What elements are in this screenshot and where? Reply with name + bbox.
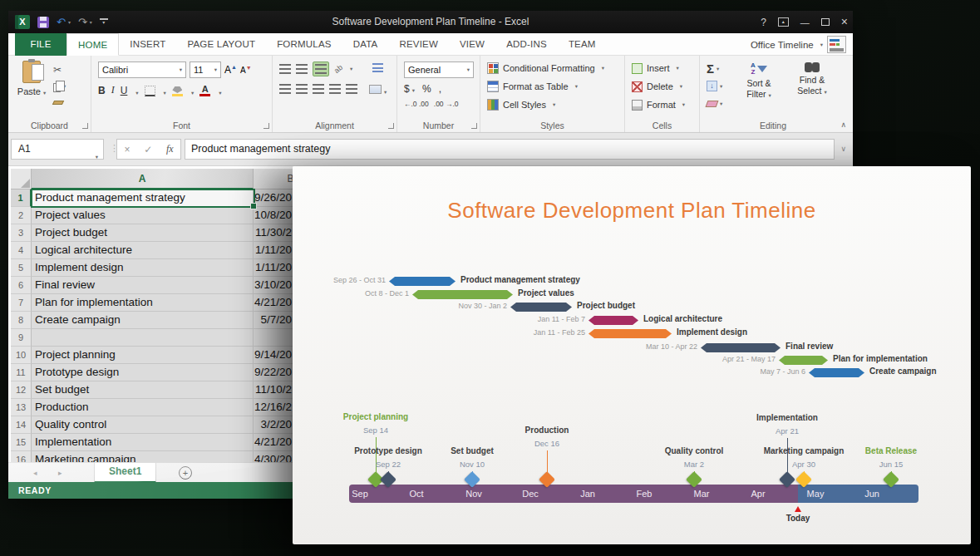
- sort-filter-button[interactable]: AZ Sort & Filter▾: [740, 62, 778, 101]
- tab-formulas[interactable]: FORMULAS: [266, 33, 342, 56]
- clipboard-dialog-launcher-icon[interactable]: [82, 123, 88, 129]
- wrap-text-icon[interactable]: [372, 63, 383, 72]
- comma-button[interactable]: ,: [439, 83, 441, 95]
- tab-review[interactable]: REVIEW: [388, 33, 449, 56]
- column-header-A[interactable]: A: [32, 169, 254, 189]
- autosum-button[interactable]: Σ▾: [707, 62, 722, 76]
- tab-home[interactable]: HOME: [66, 33, 119, 56]
- decrease-decimal-button[interactable]: .00 →.0: [434, 100, 459, 108]
- shrink-font-button[interactable]: A▼: [240, 65, 252, 75]
- align-center-icon[interactable]: [296, 84, 308, 94]
- copy-button[interactable]: ▾: [53, 79, 66, 93]
- align-top-icon[interactable]: [279, 64, 291, 74]
- row-header-7[interactable]: 7: [11, 294, 32, 312]
- format-as-table-button[interactable]: Format as Table▾: [480, 77, 624, 96]
- cut-button[interactable]: ✂: [53, 62, 66, 76]
- bold-button[interactable]: B: [98, 85, 106, 96]
- tab-team[interactable]: TEAM: [558, 33, 607, 56]
- new-sheet-button[interactable]: +: [179, 466, 192, 480]
- row-header-10[interactable]: 10: [11, 347, 32, 364]
- cell-A13[interactable]: Production: [32, 399, 254, 416]
- font-name-select[interactable]: Calibri▾: [98, 62, 186, 78]
- row-header-5[interactable]: 5: [11, 259, 32, 277]
- orientation-icon[interactable]: ab: [332, 63, 344, 75]
- cell-A4[interactable]: Logical architecture: [32, 242, 254, 259]
- row-header-9[interactable]: 9: [11, 329, 32, 347]
- increase-indent-icon[interactable]: [346, 84, 357, 94]
- enter-entry-icon[interactable]: ✓: [144, 144, 152, 155]
- increase-decimal-button[interactable]: ←.0 .00: [404, 100, 429, 108]
- row-header-2[interactable]: 2: [11, 207, 32, 224]
- cell-A9[interactable]: [32, 329, 254, 347]
- cell-A12[interactable]: Set budget: [32, 381, 254, 399]
- clear-button[interactable]: ▾: [707, 96, 722, 111]
- cell-A15[interactable]: Implementation: [32, 434, 254, 451]
- ribbon-display-options-button[interactable]: ▴: [778, 17, 789, 27]
- row-header-4[interactable]: 4: [11, 242, 32, 259]
- find-select-button[interactable]: Find & Select▾: [793, 62, 831, 97]
- cell-A16[interactable]: Marketing campaign: [32, 451, 254, 462]
- paste-button[interactable]: Paste▾: [15, 61, 48, 119]
- cell-A8[interactable]: Create campaign: [32, 312, 254, 329]
- row-header-11[interactable]: 11: [11, 364, 32, 381]
- tab-page-layout[interactable]: PAGE LAYOUT: [176, 33, 266, 56]
- format-button[interactable]: Format▾: [625, 96, 699, 114]
- format-painter-button[interactable]: [53, 96, 66, 110]
- delete-button[interactable]: Delete▾: [625, 77, 699, 96]
- cell-A6[interactable]: Final review: [32, 277, 254, 294]
- font-color-button[interactable]: A: [199, 85, 210, 96]
- tab-insert[interactable]: INSERT: [119, 33, 176, 56]
- number-dialog-launcher-icon[interactable]: [471, 123, 477, 129]
- office-timeline-button[interactable]: Office Timeline ▾: [751, 33, 846, 56]
- tab-view[interactable]: VIEW: [449, 33, 495, 56]
- expand-formula-bar-icon[interactable]: ∨: [840, 145, 846, 153]
- align-right-icon[interactable]: [313, 84, 324, 94]
- italic-button[interactable]: I: [111, 84, 115, 96]
- row-header-1[interactable]: 1: [11, 189, 32, 207]
- fill-color-button[interactable]: [172, 86, 183, 96]
- currency-button[interactable]: $▾: [404, 83, 415, 95]
- grow-font-button[interactable]: A▲: [224, 64, 237, 76]
- formula-input[interactable]: Product management strategy: [185, 139, 835, 160]
- name-box-dropdown-icon[interactable]: ▾: [96, 147, 98, 166]
- align-middle-icon[interactable]: [296, 64, 308, 74]
- align-left-icon[interactable]: [279, 84, 291, 94]
- alignment-dialog-launcher-icon[interactable]: [388, 123, 394, 129]
- tab-data[interactable]: DATA: [342, 33, 389, 56]
- font-dialog-launcher-icon[interactable]: [263, 123, 269, 129]
- select-all-corner[interactable]: [11, 169, 32, 189]
- minimize-button[interactable]: —: [800, 18, 810, 27]
- conditional-formatting-button[interactable]: Conditional Formatting▾: [480, 59, 624, 77]
- tab-add-ins[interactable]: ADD-INS: [495, 33, 558, 56]
- number-format-select[interactable]: General▾: [404, 62, 474, 78]
- align-bottom-selected[interactable]: [313, 62, 329, 76]
- sheet-tab-sheet1[interactable]: Sheet1: [94, 463, 156, 483]
- cell-A11[interactable]: Prototype design: [32, 364, 254, 381]
- merge-center-icon[interactable]: [369, 85, 382, 94]
- name-box[interactable]: A1▾: [11, 139, 104, 160]
- borders-icon[interactable]: [145, 86, 155, 96]
- collapse-ribbon-icon[interactable]: ∧: [840, 121, 846, 129]
- help-button[interactable]: ?: [761, 17, 766, 28]
- cell-A5[interactable]: Implement design: [32, 259, 254, 277]
- decrease-indent-icon[interactable]: [329, 84, 341, 94]
- cell-styles-button[interactable]: Cell Styles▾: [480, 96, 624, 114]
- cell-A2[interactable]: Project values: [32, 207, 254, 224]
- row-header-16[interactable]: 16: [11, 451, 32, 462]
- row-header-14[interactable]: 14: [11, 416, 32, 434]
- font-size-select[interactable]: 11▾: [190, 62, 221, 78]
- sheet-nav-prev-icon[interactable]: ◂: [33, 469, 37, 477]
- row-header-15[interactable]: 15: [11, 434, 32, 451]
- maximize-button[interactable]: [821, 18, 830, 26]
- row-header-12[interactable]: 12: [11, 381, 32, 399]
- office-timeline-icon[interactable]: [827, 36, 846, 53]
- insert-button[interactable]: Insert▾: [625, 59, 699, 77]
- underline-button[interactable]: U: [121, 85, 128, 96]
- cell-A7[interactable]: Plan for implementation: [32, 294, 254, 312]
- cell-A14[interactable]: Quality control: [32, 416, 254, 434]
- insert-function-icon[interactable]: fx: [166, 143, 174, 155]
- fill-button[interactable]: ↓▾: [707, 79, 722, 93]
- sheet-nav-next-icon[interactable]: ▸: [58, 469, 62, 477]
- cell-A3[interactable]: Project budget: [32, 224, 254, 242]
- row-header-3[interactable]: 3: [11, 224, 32, 242]
